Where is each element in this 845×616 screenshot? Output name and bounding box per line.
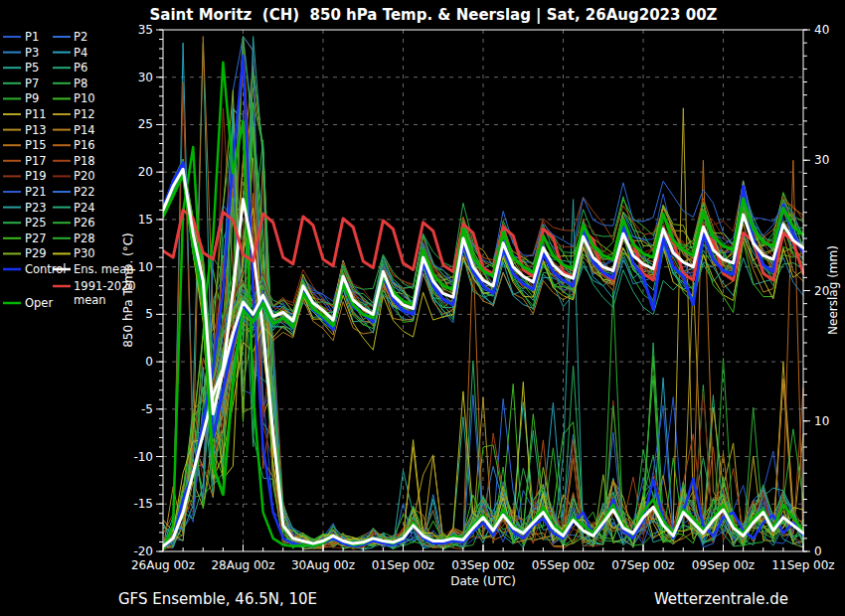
legend-label-p1: P1	[25, 30, 39, 44]
y-axis-left-tick-label: -20	[133, 544, 153, 558]
legend-label-p2: P2	[74, 30, 87, 44]
legend-label-p24: P24	[74, 201, 95, 215]
x-axis-title: Date (UTC)	[450, 574, 516, 588]
y-axis-left-tick-label: 10	[138, 260, 153, 274]
legend-label-p10: P10	[74, 91, 95, 105]
y-axis-left-tick-label: 5	[145, 307, 153, 321]
meteogram-chart: 35302520151050-5-10-15-2040302010026Aug …	[0, 0, 845, 616]
footer-model-label: GFS Ensemble, 46.5N, 10E	[118, 590, 317, 608]
y-axis-right-title: Neerslag (mm)	[826, 245, 840, 335]
y-axis-right-tick-label: 40	[814, 23, 829, 37]
legend-layer: P1P2P3P4P5P6P7P8P9P10P11P12P13P14P15P16P…	[3, 30, 136, 310]
legend-label-p13: P13	[25, 123, 47, 137]
x-axis-tick-label: 26Aug 00z	[131, 558, 195, 572]
x-axis-tick-label: 05Sep 00z	[532, 558, 594, 572]
x-axis-tick-label: 07Sep 00z	[611, 558, 674, 572]
legend-label-p18: P18	[74, 154, 95, 168]
legend-label-p27: P27	[25, 231, 47, 245]
y-axis-left-tick-label: -15	[133, 497, 153, 511]
x-axis-tick-label: 30Aug 00z	[291, 558, 355, 572]
chart-svg: 35302520151050-5-10-15-2040302010026Aug …	[0, 0, 845, 616]
legend-label-p17: P17	[25, 154, 47, 168]
legend-label-p23: P23	[25, 201, 47, 215]
footer-site-label: Wetterzentrale.de	[654, 590, 788, 608]
legend-label-p16: P16	[74, 138, 95, 152]
y-axis-right-tick-label: 0	[814, 544, 822, 558]
y-axis-left-tick-label: 0	[145, 355, 153, 369]
legend-label-p26: P26	[74, 216, 95, 230]
y-axis-left-tick-label: 25	[138, 117, 153, 131]
legend-label-p15: P15	[25, 138, 47, 152]
legend-label-p22: P22	[74, 185, 95, 199]
y-axis-left-tick-label: 30	[138, 71, 153, 84]
y-axis-left-tick-label: 35	[138, 23, 153, 37]
legend-label-p12: P12	[74, 107, 95, 121]
y-axis-left-tick-label: -10	[133, 450, 153, 464]
y-axis-left-tick-label: 20	[138, 165, 153, 179]
legend-label-p9: P9	[25, 91, 39, 105]
legend-label-p8: P8	[74, 77, 87, 90]
legend-label-p4: P4	[74, 46, 87, 60]
y-axis-left-tick-label: -5	[141, 402, 153, 416]
x-axis-tick-label: 09Sep 00z	[692, 558, 755, 572]
y-axis-right-tick-label: 10	[814, 414, 829, 428]
legend-label-oper: Oper	[25, 296, 53, 310]
legend-label-p6: P6	[74, 61, 87, 75]
legend-label-p28: P28	[74, 231, 95, 245]
legend-label-p20: P20	[74, 169, 95, 183]
legend-label-p3: P3	[25, 46, 39, 60]
legend-label-p7: P7	[25, 77, 39, 90]
legend-label-p25: P25	[25, 216, 47, 230]
legend-label-p5: P5	[25, 61, 39, 75]
x-axis-tick-label: 03Sep 00z	[451, 558, 514, 572]
page-title: Saint Moritz (CH) 850 hPa Temp. & Neersl…	[150, 6, 718, 25]
x-axis-tick-label: 28Aug 00z	[211, 558, 274, 572]
legend-label-p19: P19	[25, 169, 47, 183]
x-axis-tick-label: 11Sep 00z	[771, 558, 834, 572]
legend-label-p21: P21	[25, 185, 47, 199]
y-axis-right-tick-label: 30	[814, 153, 829, 167]
legend-label-p14: P14	[74, 123, 95, 137]
legend-label-1991-2020-mean2: mean	[74, 293, 106, 307]
legend-label-p29: P29	[25, 246, 47, 260]
y-axis-left-title: 850 hPa Temp. (°C)	[121, 232, 135, 348]
y-axis-left-tick-label: 15	[138, 213, 153, 227]
legend-label-p11: P11	[25, 107, 47, 121]
x-axis-tick-label: 01Sep 00z	[372, 558, 434, 572]
legend-label-p30: P30	[74, 246, 95, 260]
